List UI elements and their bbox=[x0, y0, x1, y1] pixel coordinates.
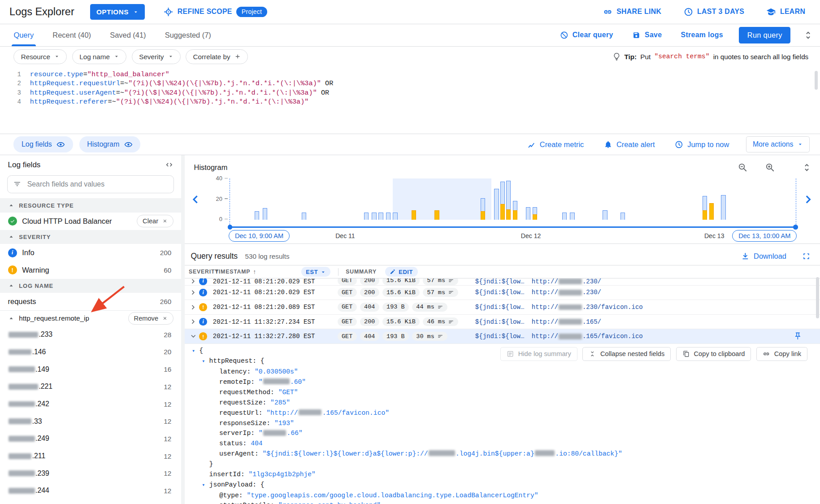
copy-link-button[interactable]: Copy link bbox=[756, 347, 807, 361]
jump-to-now-button[interactable]: Jump to now bbox=[672, 139, 732, 149]
remote-ip-item[interactable]: .23912 bbox=[0, 465, 181, 482]
time-range-button[interactable]: LAST 3 DAYS bbox=[681, 7, 748, 17]
section-remote-ip[interactable]: http_request.remote_ip Remove bbox=[0, 310, 181, 326]
expand-histogram-icon[interactable] bbox=[802, 163, 811, 172]
range-end-chip[interactable]: Dec 13, 10:00 AM bbox=[732, 230, 797, 242]
filter-dropdown-severity[interactable]: Severity bbox=[132, 49, 181, 64]
histogram-selection[interactable] bbox=[393, 178, 491, 219]
more-actions-button[interactable]: More actions bbox=[746, 136, 810, 152]
log-row[interactable]: !2021-12-11 11:32:27.280 ESTGET404193 B3… bbox=[185, 329, 820, 344]
histogram-bar[interactable] bbox=[302, 213, 307, 220]
column-severity[interactable]: SEVERITY bbox=[189, 269, 215, 275]
download-button[interactable]: Download bbox=[738, 252, 790, 261]
remote-ip-item[interactable]: .14620 bbox=[0, 343, 181, 361]
create-metric-button[interactable]: Create metric bbox=[524, 139, 587, 149]
log-row[interactable]: !2021-12-11 08:21:20.089 ESTGET404193 B4… bbox=[185, 300, 820, 315]
filter-dropdown-log-name[interactable]: Log name bbox=[72, 49, 126, 64]
query-line[interactable]: 3httpRequest.userAgent=~"(?i)(\$|\%24)(\… bbox=[0, 88, 820, 98]
remote-ip-item[interactable]: .24912 bbox=[0, 430, 181, 448]
histogram-bar[interactable] bbox=[506, 181, 511, 220]
histogram-bar[interactable] bbox=[494, 189, 499, 220]
options-button[interactable]: OPTIONS bbox=[90, 4, 145, 20]
log-name-item[interactable]: requests260 bbox=[0, 293, 181, 310]
clear-filter-button[interactable]: Clear bbox=[137, 215, 174, 227]
histogram-bar[interactable] bbox=[372, 213, 377, 220]
remote-ip-item[interactable]: .24212 bbox=[0, 395, 181, 413]
query-line[interactable]: 2httpRequest.requestUrl=~"(?i)(\$|\%24)(… bbox=[0, 79, 820, 88]
histogram-bar[interactable] bbox=[526, 207, 531, 219]
correlate-by-button[interactable]: Correlate by bbox=[186, 49, 248, 64]
histogram-bar[interactable] bbox=[721, 195, 726, 220]
tab-query[interactable]: Query bbox=[13, 24, 34, 46]
results-scrollbar[interactable] bbox=[816, 277, 819, 318]
histogram-bar[interactable] bbox=[562, 213, 567, 220]
histogram-bar[interactable] bbox=[386, 213, 391, 220]
expand-chevron-icon[interactable] bbox=[188, 318, 200, 325]
fields-search-input[interactable] bbox=[26, 180, 168, 189]
filter-dropdown-resource[interactable]: Resource bbox=[13, 49, 67, 64]
histogram-bar[interactable] bbox=[434, 210, 439, 220]
log-row[interactable]: i2021-12-11 08:21:20.029 ESTGET20015.6 K… bbox=[185, 286, 820, 300]
collapse-panel-icon[interactable] bbox=[803, 30, 813, 40]
fullscreen-icon[interactable] bbox=[802, 252, 811, 261]
hide-log-summary-button[interactable]: Hide log summary bbox=[500, 347, 577, 361]
share-link-button[interactable]: SHARE LINK bbox=[600, 7, 665, 17]
expand-chevron-icon[interactable] bbox=[188, 333, 200, 340]
histogram-bar[interactable] bbox=[481, 198, 486, 220]
clipped-row[interactable]: i2021-12-11 08:21:20.029 ESTGET20015.6 K… bbox=[185, 278, 820, 285]
fields-search-box[interactable] bbox=[7, 175, 174, 193]
pin-icon[interactable] bbox=[794, 332, 802, 340]
remote-ip-item[interactable]: .23328 bbox=[0, 326, 181, 343]
histogram-next-icon[interactable] bbox=[803, 194, 814, 204]
stream-logs-button[interactable]: Stream logs bbox=[677, 30, 726, 39]
histogram-bar[interactable] bbox=[603, 210, 607, 220]
expand-toggle-icon[interactable]: ▾ bbox=[202, 480, 209, 491]
histogram-bar[interactable] bbox=[570, 213, 575, 220]
query-line[interactable]: 1resource.type="http_load_balancer" bbox=[0, 70, 820, 79]
column-timestamp[interactable]: TIMESTAMP ↑ bbox=[215, 268, 301, 275]
histogram-toggle[interactable]: Histogram bbox=[79, 136, 141, 152]
tab-suggested-7[interactable]: Suggested (7) bbox=[165, 24, 211, 46]
histogram-prev-icon[interactable] bbox=[190, 194, 200, 204]
zoom-out-icon[interactable] bbox=[738, 163, 747, 172]
timezone-chip[interactable]: EST bbox=[301, 267, 330, 277]
histogram-bar[interactable] bbox=[378, 213, 383, 220]
histogram-bar[interactable] bbox=[412, 210, 417, 220]
learn-button[interactable]: LEARN bbox=[763, 7, 808, 17]
severity-item-info[interactable]: iInfo200 bbox=[0, 244, 181, 261]
log-fields-toggle[interactable]: Log fields bbox=[13, 136, 73, 152]
histogram-bar[interactable] bbox=[513, 201, 518, 219]
severity-item-warning[interactable]: !Warning60 bbox=[0, 261, 181, 279]
expand-chevron-icon[interactable] bbox=[188, 304, 200, 311]
query-line[interactable]: 4httpRequest.referer=~"(?i)(\$|\%24)(\{|… bbox=[0, 97, 820, 107]
remote-ip-item[interactable]: .24412 bbox=[0, 482, 181, 500]
expand-chevron-icon[interactable] bbox=[188, 289, 200, 296]
histogram-bar[interactable] bbox=[500, 182, 505, 220]
resource-type-item[interactable]: Cloud HTTP Load Balancer Clear bbox=[0, 213, 181, 230]
histogram-bar[interactable] bbox=[533, 207, 538, 219]
section-log-name[interactable]: LOG NAME bbox=[0, 279, 181, 293]
remove-field-button[interactable]: Remove bbox=[128, 312, 174, 325]
zoom-in-icon[interactable] bbox=[765, 163, 775, 172]
collapse-nested-fields-button[interactable]: Collapse nested fields bbox=[582, 347, 671, 361]
tab-saved-41[interactable]: Saved (41) bbox=[110, 24, 146, 46]
clear-query-button[interactable]: Clear query bbox=[557, 30, 616, 40]
histogram-timeline[interactable] bbox=[230, 226, 796, 228]
remote-ip-item[interactable]: .22112 bbox=[0, 378, 181, 395]
expand-chevron-icon[interactable] bbox=[188, 278, 200, 285]
histogram-bar[interactable] bbox=[364, 213, 369, 220]
refine-scope-button[interactable]: REFINE SCOPE Project bbox=[161, 6, 270, 17]
remote-ip-item[interactable]: .14916 bbox=[0, 361, 181, 378]
tab-recent-40[interactable]: Recent (40) bbox=[52, 24, 91, 46]
remote-ip-item[interactable]: .3312 bbox=[0, 413, 181, 430]
histogram-bar[interactable] bbox=[703, 196, 707, 220]
log-row[interactable]: i2021-12-11 11:32:27.234 ESTGET20015.6 K… bbox=[185, 315, 820, 330]
expand-toggle-icon[interactable]: ▾ bbox=[192, 346, 199, 356]
code-icon[interactable] bbox=[165, 161, 174, 169]
histogram-bar[interactable] bbox=[263, 208, 268, 219]
section-severity[interactable]: SEVERITY bbox=[0, 230, 181, 244]
create-alert-button[interactable]: Create alert bbox=[601, 139, 658, 149]
edit-summary-button[interactable]: EDIT bbox=[385, 267, 418, 277]
copy-to-clipboard-button[interactable]: Copy to clipboard bbox=[676, 347, 751, 361]
range-start-chip[interactable]: Dec 10, 9:00 AM bbox=[229, 230, 290, 242]
